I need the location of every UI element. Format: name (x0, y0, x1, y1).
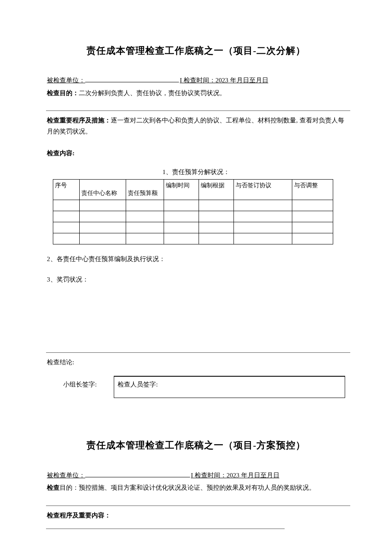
item-3: 3、奖罚状况： (47, 274, 345, 285)
procedure-row: 检查重要程序及措施：逐一查对二次到各中心和负责人的协议、工程单位、材料控制数量,… (47, 115, 345, 137)
section-1: 责任成本管理检查工作底稿之一（项目-二次分解） 被检查单位： I 检查时间： 2… (47, 43, 345, 398)
table-row (53, 211, 333, 222)
unit-row: 被检查单位： I 检查时间： 2023 年月日至月日 (47, 75, 345, 86)
purpose-row: 检查目的：二次分解到负责人、责任协议，责任协议奖罚状况。 (47, 88, 345, 99)
section1-title: 责任成本管理检查工作底稿之一（项目-二次分解） (47, 43, 345, 58)
table-row (53, 233, 333, 244)
th-center-name: 责任中心名称 (79, 180, 126, 200)
th-compile-basis: 编制根据 (199, 180, 234, 200)
divider-3 (46, 506, 350, 506)
th-budget-amount: 责任预算额 (126, 180, 164, 200)
unit-blank (85, 75, 179, 82)
unit-blank-2 (85, 470, 190, 477)
item-2: 2、各责任中心责任预算编制及执行状况： (47, 254, 345, 265)
unit-row-2: 被检查单位： I 检查时间： 2023 年月日至月日 (47, 470, 345, 481)
time-value: 2023 年月日至月日 (216, 75, 268, 86)
th-adjusted: 与否调整 (292, 180, 333, 200)
content-label: 检查内容: (47, 148, 345, 159)
time-label-2: I 检查时间： (191, 470, 227, 481)
sign-leader-label: 小组长签字: (47, 376, 114, 398)
unit-label: 被检查单位： (47, 75, 85, 86)
table-header-row: 序号 责任中心名称 责任预算额 编制时间 编制根据 与否签订协议 与否调整 (53, 180, 333, 200)
purpose-text-2: 目的：预控措施、项目方案和设计优化状况及论证、预控的效果及对有功人员的奖励状况。 (60, 484, 315, 491)
unit-label-2: 被检查单位： (47, 470, 85, 481)
budget-table: 序号 责任中心名称 责任预算额 编制时间 编制根据 与否签订协议 与否调整 (53, 179, 333, 244)
purpose-row-2: 检查目的：预控措施、项目方案和设计优化状况及论证、预控的效果及对有功人员的奖励状… (47, 482, 345, 494)
purpose-text: 二次分解到负责人、责任协议，责任协议奖罚状况。 (79, 90, 226, 96)
table-row (53, 222, 333, 233)
conclusion-label: 检查结论: (47, 357, 345, 368)
purpose-label-2: 检查 (47, 484, 60, 491)
table-row (53, 200, 333, 211)
procedure-label-2: 检查程序及重要内容： (47, 510, 345, 521)
signature-row: 小组长签字: 检查人员签字: (47, 376, 345, 398)
th-compile-time: 编制时间 (164, 180, 199, 200)
time-label: I 检查时间： (180, 75, 216, 86)
divider-4 (46, 529, 285, 529)
th-signed: 与否签订协议 (234, 180, 292, 200)
table-caption: 1、责任预算分解状况： (47, 167, 345, 178)
procedure-label: 检查重要程序及措施： (47, 117, 111, 124)
divider-2 (46, 352, 350, 353)
time-value-2: 2023 年月日至月日 (227, 470, 280, 481)
sign-inspector-box: 检查人员签字: (114, 376, 345, 398)
th-seq: 序号 (53, 180, 80, 200)
purpose-label: 检查目的： (47, 90, 79, 96)
spacer (47, 285, 345, 340)
section2-title: 责任成本管理检查工作底稿之一（项目-方案预控） (47, 437, 345, 453)
divider-1 (46, 110, 350, 111)
section-2: 责任成本管理检查工作底稿之一（项目-方案预控） 被检查单位： I 检查时间： 2… (47, 437, 345, 529)
sign-inspector-label: 检查人员签字: (118, 381, 158, 388)
